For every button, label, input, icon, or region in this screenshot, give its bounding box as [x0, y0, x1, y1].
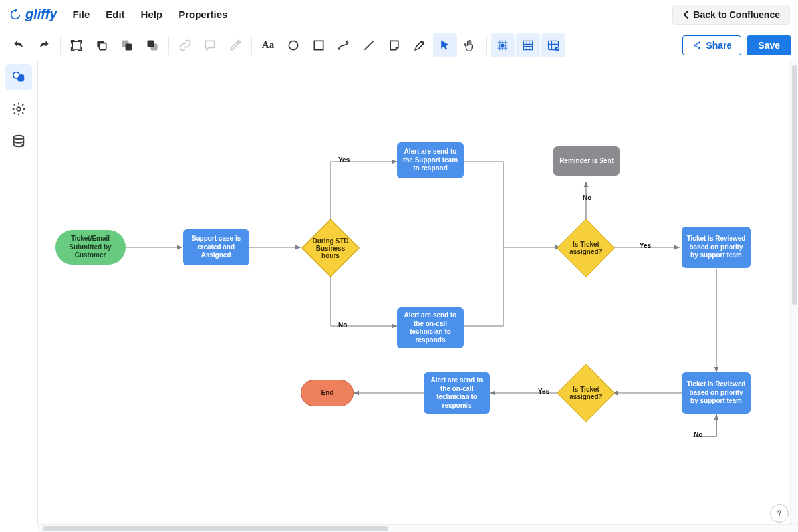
- svg-rect-2: [100, 43, 106, 49]
- edge-label-no: No: [583, 194, 591, 201]
- table-button[interactable]: [541, 33, 565, 57]
- share-label: Share: [706, 40, 732, 51]
- edge-label-yes: Yes: [338, 156, 350, 164]
- logo: gliffy: [8, 7, 57, 22]
- node-decision-hours[interactable]: During STD Business hours: [301, 218, 360, 278]
- decision-label: During STD Business hours: [301, 218, 360, 278]
- menu-help[interactable]: Help: [141, 9, 163, 20]
- node-end[interactable]: End: [301, 380, 354, 406]
- fit-button[interactable]: [65, 33, 88, 57]
- svg-rect-6: [148, 40, 154, 47]
- node-review-1[interactable]: Ticket is Reviewed based on priority by …: [682, 227, 751, 268]
- back-to-confluence-button[interactable]: Back to Confluence: [672, 5, 790, 25]
- undo-button[interactable]: [7, 33, 31, 57]
- rect-tool-button[interactable]: [307, 33, 331, 57]
- node-start[interactable]: Ticket/Email Submitted by Customer: [55, 230, 126, 265]
- table-icon: [547, 39, 560, 52]
- share-button[interactable]: Share: [682, 35, 741, 55]
- node-reminder[interactable]: Reminder is Sent: [553, 146, 620, 176]
- line-icon: [362, 39, 376, 52]
- eyedropper-icon: [229, 39, 242, 52]
- copy-button[interactable]: [90, 33, 114, 57]
- node-support-case[interactable]: Support case is created and Assigned: [183, 229, 249, 265]
- svg-point-19: [14, 136, 24, 140]
- bring-front-button[interactable]: [115, 33, 139, 57]
- menu-edit[interactable]: Edit: [106, 9, 124, 20]
- separator: [486, 36, 487, 55]
- node-alert-oncall[interactable]: Alert are send to the on-call technician…: [397, 307, 464, 348]
- share-icon: [692, 41, 702, 50]
- save-button[interactable]: Save: [747, 35, 791, 55]
- node-review-2[interactable]: Ticket is Reviewed based on priority by …: [682, 372, 751, 414]
- svg-point-7: [289, 41, 297, 49]
- svg-point-9: [338, 47, 340, 49]
- pointer-tool-button[interactable]: [433, 33, 457, 57]
- menu-file[interactable]: File: [72, 9, 90, 20]
- comment-icon: [203, 39, 217, 52]
- shapes-panel-button[interactable]: [5, 64, 32, 90]
- horizontal-scrollbar[interactable]: [37, 524, 798, 532]
- node-alert-support[interactable]: Alert are send to the Support team to re…: [397, 142, 464, 178]
- scroll-thumb[interactable]: [43, 526, 388, 531]
- copy-icon: [95, 39, 108, 52]
- snap-grid-button[interactable]: [491, 33, 515, 57]
- data-panel-button[interactable]: [5, 128, 32, 154]
- vertical-scrollbar[interactable]: [790, 61, 798, 524]
- question-icon: [774, 508, 785, 519]
- decision-label: Is Ticket assigned?: [556, 363, 616, 423]
- canvas-area[interactable]: Ticket/Email Submitted by Customer Suppo…: [37, 61, 798, 532]
- toolbar-right: Share Save: [682, 35, 791, 55]
- chevron-left-icon: [682, 11, 689, 19]
- shapes-icon: [11, 70, 26, 84]
- comment-button[interactable]: [198, 33, 222, 57]
- note-tool-button[interactable]: [382, 33, 406, 57]
- scroll-thumb[interactable]: [792, 65, 797, 305]
- canvas[interactable]: Ticket/Email Submitted by Customer Suppo…: [38, 61, 796, 531]
- gear-icon: [11, 102, 26, 116]
- back-label: Back to Confluence: [693, 9, 780, 20]
- hand-icon: [464, 39, 477, 52]
- link-button[interactable]: [173, 33, 197, 57]
- menu-bar: File Edit Help Properties: [72, 9, 227, 20]
- svg-point-18: [17, 107, 21, 111]
- note-icon: [388, 39, 401, 52]
- node-decision-assigned-2[interactable]: Is Ticket assigned?: [556, 363, 616, 423]
- pointer-icon: [438, 39, 452, 52]
- toolbar: Aa Share Save: [0, 29, 798, 61]
- send-back-button[interactable]: [140, 33, 164, 57]
- edge-label-yes: Yes: [538, 388, 549, 395]
- svg-rect-0: [72, 41, 80, 49]
- menu-properties[interactable]: Properties: [178, 9, 227, 20]
- redo-button[interactable]: [32, 33, 56, 57]
- link-icon: [178, 39, 192, 52]
- bring-front-icon: [120, 39, 134, 52]
- fit-icon: [70, 39, 83, 52]
- line-tool-button[interactable]: [357, 33, 381, 57]
- undo-icon: [12, 39, 25, 52]
- edge-label-no: No: [694, 431, 702, 438]
- pencil-icon: [413, 39, 426, 52]
- text-icon: Aa: [262, 39, 274, 51]
- left-rail: [3, 64, 35, 154]
- connector-tool-button[interactable]: [332, 33, 356, 57]
- show-grid-button[interactable]: [516, 33, 540, 57]
- node-alert-oncall-2[interactable]: Alert are send to the on-call technician…: [424, 372, 490, 414]
- separator: [251, 36, 252, 55]
- gliffy-logo-icon: [8, 7, 23, 22]
- text-tool-button[interactable]: Aa: [256, 33, 280, 57]
- square-icon: [312, 39, 325, 52]
- send-back-icon: [146, 39, 159, 52]
- settings-panel-button[interactable]: [5, 96, 32, 122]
- pan-tool-button[interactable]: [458, 33, 482, 57]
- circle-icon: [287, 39, 300, 52]
- ellipse-tool-button[interactable]: [281, 33, 305, 57]
- grid-icon: [521, 39, 535, 52]
- help-button[interactable]: [770, 504, 789, 523]
- node-decision-assigned-1[interactable]: Is Ticket assigned?: [556, 218, 616, 278]
- svg-point-17: [13, 72, 19, 78]
- redo-icon: [37, 39, 51, 52]
- svg-rect-4: [126, 43, 132, 50]
- connector-icon: [337, 39, 350, 52]
- eyedropper-button[interactable]: [223, 33, 247, 57]
- pen-tool-button[interactable]: [408, 33, 432, 57]
